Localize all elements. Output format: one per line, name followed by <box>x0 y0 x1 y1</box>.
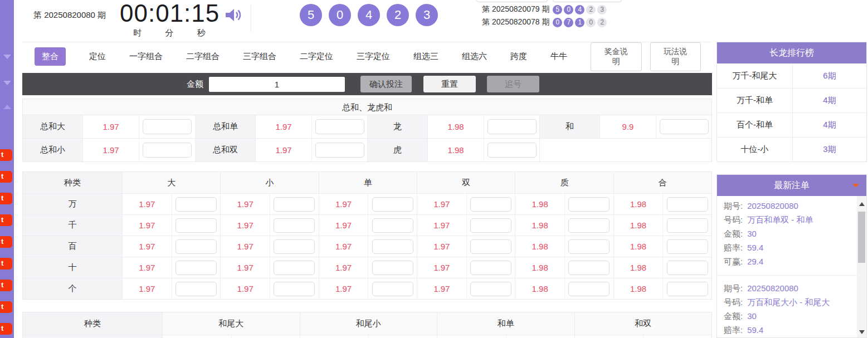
bet-amount-input[interactable] <box>470 261 511 275</box>
bet-amount-input[interactable] <box>487 119 537 134</box>
scrollbar[interactable] <box>857 196 866 337</box>
tab-zuxuan-liu[interactable]: 组选六 <box>462 51 487 62</box>
chevron-down-icon[interactable] <box>3 55 11 59</box>
bet-amount-input[interactable] <box>175 239 217 254</box>
odds-value[interactable]: 1.97 <box>319 215 368 236</box>
odds-value[interactable]: 1.97 <box>123 194 172 214</box>
odds-value[interactable]: 1.97 <box>256 139 311 161</box>
bet-amount-input[interactable] <box>667 197 708 212</box>
bet-amount-input[interactable] <box>274 282 315 296</box>
odds-value[interactable]: 1.97 <box>123 215 172 236</box>
chevron-down-icon[interactable] <box>3 81 11 85</box>
collapse-caret-icon[interactable] <box>852 184 859 188</box>
bet-amount-input[interactable] <box>470 218 511 233</box>
bet-amount-input[interactable] <box>470 197 511 212</box>
bet-amount-input[interactable] <box>568 261 609 275</box>
bet-amount-input[interactable] <box>274 261 315 275</box>
sidebar-badge[interactable]: t <box>0 236 12 248</box>
reset-button[interactable]: 重置 <box>423 76 476 92</box>
bet-amount-input[interactable] <box>315 143 364 158</box>
odds-value[interactable]: 1.97 <box>83 115 139 138</box>
sidebar-badge[interactable]: t <box>0 323 12 335</box>
odds-value[interactable]: 1.98 <box>515 215 564 236</box>
tab-dingwei[interactable]: 定位 <box>89 51 106 62</box>
odds-value[interactable]: 1.97 <box>417 194 466 214</box>
bet-amount-input[interactable] <box>143 119 192 134</box>
bet-amount-input[interactable] <box>660 119 709 134</box>
bet-amount-input[interactable] <box>372 282 413 296</box>
bet-amount-input[interactable] <box>568 197 609 212</box>
bet-amount-input[interactable] <box>175 261 217 275</box>
bet-amount-input[interactable] <box>175 282 217 296</box>
odds-value[interactable]: 1.97 <box>256 115 311 138</box>
bet-amount-input[interactable] <box>372 261 413 275</box>
play-help-button[interactable]: 玩法说明 <box>650 42 701 71</box>
odds-value[interactable]: 1.98 <box>300 335 369 338</box>
bet-amount-input[interactable] <box>175 218 217 233</box>
odds-value[interactable]: 1.97 <box>221 194 270 214</box>
bet-amount-input[interactable] <box>315 119 364 134</box>
bet-amount-input[interactable] <box>470 282 511 296</box>
speaker-icon[interactable] <box>225 7 243 26</box>
odds-value[interactable]: 1.98 <box>515 257 564 278</box>
bet-amount-input[interactable] <box>372 197 413 212</box>
odds-value[interactable]: 1.97 <box>417 257 466 278</box>
chevron-up-icon[interactable] <box>3 105 11 109</box>
odds-value[interactable]: 1.98 <box>515 236 564 257</box>
bet-amount-input[interactable] <box>470 239 511 254</box>
odds-value[interactable]: 1.97 <box>319 278 368 299</box>
odds-value[interactable]: 1.98 <box>437 335 506 338</box>
odds-value[interactable]: 1.97 <box>417 236 466 257</box>
tab-niuniu[interactable]: 牛牛 <box>550 51 567 62</box>
odds-value[interactable]: 1.97 <box>123 236 172 257</box>
bet-amount-input[interactable] <box>372 218 413 233</box>
sidebar-badge[interactable]: t <box>0 149 12 161</box>
odds-value[interactable]: 1.98 <box>428 115 484 138</box>
sidebar-badge[interactable]: t <box>0 280 12 291</box>
odds-value[interactable]: 1.97 <box>417 215 466 236</box>
sidebar-badge[interactable]: t <box>0 193 12 204</box>
tab-erzi-zuhe[interactable]: 二字组合 <box>186 51 220 62</box>
odds-value[interactable]: 1.98 <box>614 215 663 236</box>
odds-value[interactable]: 1.97 <box>221 278 270 299</box>
bet-amount-input[interactable] <box>667 282 708 296</box>
scrollbar-thumb[interactable] <box>858 212 865 263</box>
odds-value[interactable]: 1.97 <box>417 278 466 299</box>
sidebar-badge[interactable]: t <box>0 171 12 183</box>
bet-amount-input[interactable] <box>568 239 609 254</box>
bet-amount-input[interactable] <box>487 143 537 158</box>
odds-value[interactable]: 1.98 <box>614 194 663 214</box>
scroll-down-icon[interactable] <box>857 327 866 336</box>
bet-amount-input[interactable] <box>568 218 609 233</box>
sidebar-badge[interactable]: t <box>0 214 12 226</box>
bet-amount-input[interactable] <box>143 143 192 158</box>
bet-amount-input[interactable] <box>568 282 609 296</box>
bet-amount-input[interactable] <box>372 239 413 254</box>
odds-value[interactable]: 1.97 <box>221 257 270 278</box>
odds-value[interactable]: 1.97 <box>221 215 270 236</box>
odds-value[interactable]: 1.98 <box>614 278 663 299</box>
bet-amount-input[interactable] <box>274 197 315 212</box>
bet-amount-input[interactable] <box>667 218 708 233</box>
scroll-up-icon[interactable] <box>857 199 866 208</box>
odds-value[interactable]: 1.97 <box>319 257 368 278</box>
chase-number-button[interactable]: 追号 <box>487 76 539 92</box>
odds-value[interactable]: 1.97 <box>221 236 270 257</box>
tab-sanzi-dingwei[interactable]: 三字定位 <box>357 51 390 62</box>
odds-value[interactable]: 1.98 <box>163 335 231 338</box>
bet-amount-input[interactable] <box>667 239 708 254</box>
odds-value[interactable]: 9.9 <box>600 115 656 138</box>
odds-value[interactable]: 1.97 <box>123 257 172 278</box>
odds-value[interactable]: 1.97 <box>319 236 368 257</box>
odds-value[interactable]: 1.98 <box>428 139 484 161</box>
sidebar-badge[interactable]: t <box>0 301 12 313</box>
amount-input[interactable] <box>209 77 345 92</box>
tab-sanzi-zuhe[interactable]: 三字组合 <box>243 51 276 62</box>
bet-amount-input[interactable] <box>274 239 315 254</box>
bet-amount-input[interactable] <box>175 197 217 212</box>
confirm-bet-button[interactable]: 确认投注 <box>360 76 412 92</box>
odds-value[interactable]: 1.97 <box>83 139 139 161</box>
tab-erzi-dingwei[interactable]: 二字定位 <box>300 51 333 62</box>
sidebar-badge[interactable]: t <box>0 258 12 270</box>
tab-yizi-zuhe[interactable]: 一字组合 <box>129 51 163 62</box>
